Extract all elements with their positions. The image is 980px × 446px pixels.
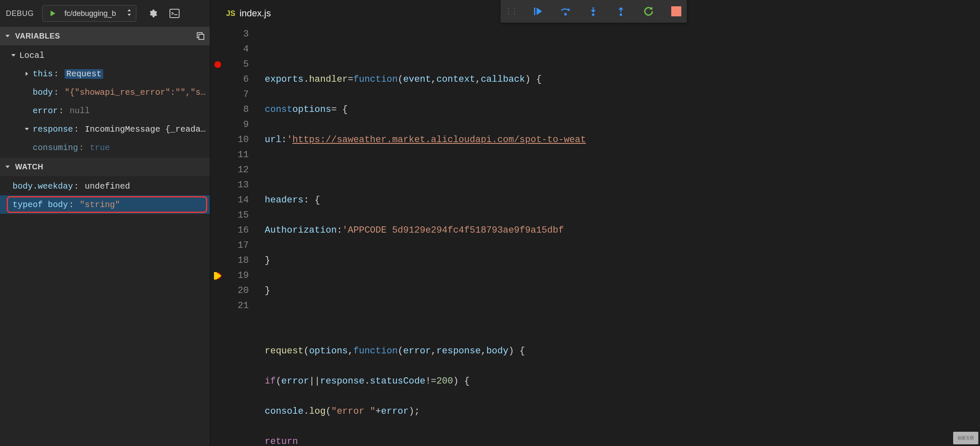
step-into-button[interactable] (587, 5, 599, 18)
variables-list: Local this: Request body: "{"showapi_res… (0, 45, 210, 158)
line-number[interactable]: 9 (210, 117, 265, 132)
watch-item[interactable]: typeof body: "string" (0, 195, 210, 214)
code-lines[interactable]: exports.handler = function(event, contex… (265, 27, 980, 446)
js-file-icon: JS (226, 9, 235, 18)
scope-local-label: Local (19, 51, 44, 60)
step-over-button[interactable] (559, 5, 572, 18)
stop-button[interactable] (670, 5, 683, 18)
code-editor[interactable]: 3 4 5 6 7 8 9 10 11 12 13 14 15 16 17 18… (210, 27, 980, 446)
var-name: error (33, 106, 58, 116)
debug-toolbar: DEBUG fc/debugging_b (0, 0, 210, 27)
line-number[interactable]: 14 (210, 193, 265, 208)
line-number[interactable]: 7 (210, 87, 265, 102)
svg-rect-3 (534, 8, 535, 15)
line-number[interactable]: 17 (210, 238, 265, 253)
line-number[interactable]: 5 (210, 57, 265, 72)
variable-consuming[interactable]: consuming: true (0, 138, 210, 157)
var-value: true (90, 143, 110, 153)
var-value: "{"showapi_res_error":"","s… (65, 88, 206, 97)
stop-icon (671, 6, 681, 16)
debug-title: DEBUG (6, 9, 34, 18)
variable-body[interactable]: body: "{"showapi_res_error":"","s… (0, 83, 210, 101)
line-number[interactable]: 20 (210, 283, 265, 298)
variable-this[interactable]: this: Request (0, 65, 210, 83)
chevron-down-icon (5, 164, 11, 169)
breakpoint-icon[interactable] (214, 61, 221, 68)
watch-value: "string" (80, 200, 120, 210)
debug-sidebar: DEBUG fc/debugging_b (0, 0, 210, 446)
watch-section-header[interactable]: WATCH (0, 158, 210, 176)
debug-console-icon[interactable] (169, 8, 180, 19)
line-number[interactable]: 6 (210, 72, 265, 87)
line-number[interactable]: 11 (210, 148, 265, 163)
collapse-all-icon[interactable] (195, 31, 206, 41)
watch-expr: body.weekday (13, 182, 73, 191)
debug-config-select[interactable]: fc/debugging_b (62, 9, 136, 18)
line-number[interactable]: 12 (210, 163, 265, 178)
var-value: Request (65, 69, 103, 79)
watch-value: undefined (85, 182, 130, 191)
svg-rect-2 (199, 34, 204, 39)
line-number[interactable]: 10 (210, 132, 265, 148)
step-out-button[interactable] (615, 5, 627, 18)
watch-item[interactable]: body.weekday: undefined (0, 177, 210, 195)
debug-run-block: fc/debugging_b (42, 5, 136, 22)
chevron-down-icon (5, 34, 11, 39)
line-number[interactable]: 4 (210, 42, 265, 57)
svg-point-6 (620, 13, 622, 16)
line-number[interactable]: 3 (210, 27, 265, 42)
variable-error[interactable]: error: null (0, 101, 210, 120)
var-value: null (70, 106, 90, 116)
watch-list: body.weekday: undefined typeof body: "st… (0, 176, 210, 215)
debug-controls-toolbar[interactable]: ⋮⋮ (500, 0, 687, 23)
tab-filename: index.js (240, 8, 271, 19)
variables-section-header[interactable]: VARIABLES (0, 27, 210, 45)
line-number[interactable]: 15 (210, 208, 265, 223)
line-number[interactable]: 18 (210, 253, 265, 268)
variables-section-title: VARIABLES (15, 32, 60, 41)
chevron-right-icon (24, 71, 32, 76)
line-gutter[interactable]: 3 4 5 6 7 8 9 10 11 12 13 14 15 16 17 18… (210, 27, 265, 446)
editor-area: JS index.js ⋮⋮ (210, 0, 980, 446)
svg-point-4 (564, 13, 567, 16)
gear-icon[interactable] (147, 8, 158, 19)
line-number[interactable]: 8 (210, 102, 265, 117)
chevron-down-icon (24, 127, 32, 132)
watch-expr: typeof body (13, 200, 68, 210)
start-debugging-button[interactable] (43, 10, 62, 17)
var-name: this (33, 69, 53, 79)
var-name: response (33, 124, 73, 134)
chevron-down-icon (11, 53, 18, 58)
line-number[interactable]: 13 (210, 178, 265, 193)
watermark: 创新互联 (953, 432, 978, 444)
current-breakpoint-icon[interactable] (214, 272, 221, 279)
scope-local[interactable]: Local (0, 46, 210, 65)
restart-button[interactable] (642, 5, 655, 18)
continue-button[interactable] (532, 5, 544, 18)
updown-icon (127, 9, 132, 18)
tab-index-js[interactable]: JS index.js (217, 0, 280, 27)
var-value: IncomingMessage {_reada… (85, 124, 206, 134)
debug-config-name: fc/debugging_b (65, 9, 116, 18)
svg-rect-0 (170, 9, 179, 18)
var-name: consuming (33, 143, 78, 153)
var-name: body (33, 88, 53, 97)
line-number[interactable]: 19 (210, 268, 265, 283)
line-number[interactable]: 16 (210, 223, 265, 238)
watch-section-title: WATCH (15, 163, 43, 171)
svg-point-5 (592, 13, 594, 16)
variable-response[interactable]: response: IncomingMessage {_reada… (0, 120, 210, 138)
line-number[interactable]: 21 (210, 298, 265, 314)
grip-icon[interactable]: ⋮⋮ (505, 7, 516, 16)
